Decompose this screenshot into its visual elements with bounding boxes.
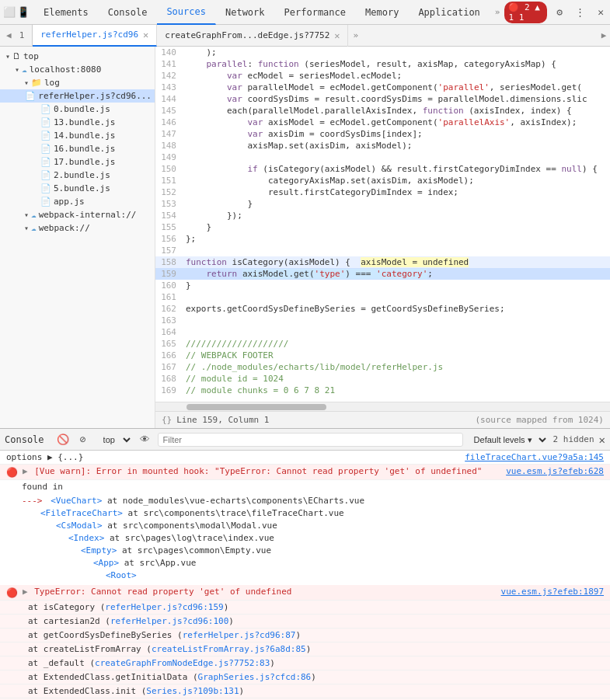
filetracechart-link[interactable]: <FileTraceChart> [40, 508, 123, 518]
stack-link-4[interactable]: createGraphFromNodeEdge.js?7752:83 [95, 658, 270, 668]
tree-arrow-top[interactable]: ▾ [3, 52, 12, 61]
eye-icon[interactable]: 👁 [138, 432, 153, 448]
tab-performance[interactable]: Performance [275, 0, 356, 25]
js-file-icon-17: 📄 [40, 157, 51, 167]
tree-item-log[interactable]: ▾ 📁 log [0, 76, 155, 89]
tree-arrow-webpack[interactable]: ▾ [22, 224, 31, 232]
close-devtools-icon[interactable]: ✕ [594, 6, 607, 18]
stack-link-6[interactable]: Series.js?109b:131 [146, 686, 239, 696]
error-link-2[interactable]: vue.esm.js?efeb:1897 [501, 587, 604, 597]
stack-link-5[interactable]: GraphSeries.js?cfcd:86 [198, 672, 312, 682]
tab-memory[interactable]: Memory [356, 0, 409, 25]
inspect-icon[interactable]: ⬜ [3, 6, 16, 19]
tab-console[interactable]: Console [99, 0, 158, 25]
error-icon-1: 🔴 [6, 467, 18, 478]
csmodal-link[interactable]: <CsModal> [56, 521, 103, 531]
code-line-153: 153 } [155, 198, 610, 210]
tree-item-16bundle[interactable]: 📄 16.bundle.js [0, 142, 155, 155]
cursor-position: Line 159, Column 1 [176, 415, 269, 425]
stack-link-2[interactable]: referHelper.js?cd96:87 [183, 630, 296, 640]
sources-tab-nav: ◀ 1 [0, 25, 33, 47]
close-console-icon[interactable]: ✕ [599, 434, 605, 446]
file-tab-creategraph[interactable]: createGraphFrom...deEdge.js?7752 ✕ [157, 25, 348, 47]
tree-item-13bundle[interactable]: 📄 13.bundle.js [0, 116, 155, 129]
filter-icon[interactable]: ⊘ [75, 432, 91, 448]
tab-bar: Elements Console Sources Network Perform… [34, 0, 504, 25]
close-file-tab-icon[interactable]: ✕ [143, 30, 148, 40]
code-line-159: 159 return axisModel.get('type') === 'ca… [155, 268, 610, 280]
app-link[interactable]: <App> [93, 558, 119, 568]
expand-arrow-2[interactable]: ▶ [23, 587, 28, 597]
stack-link-0[interactable]: referHelper.js?cd96:159 [105, 602, 223, 612]
device-icon[interactable]: 📱 [17, 6, 30, 19]
tree-item-17bundle[interactable]: 📄 17.bundle.js [0, 155, 155, 169]
code-area[interactable]: 140 ); 141 parallel: function (seriesMod… [155, 47, 610, 402]
code-line-162: 162 exports.getCoordSysDefineBySeries = … [155, 303, 610, 315]
more-tabs-icon[interactable]: » [490, 7, 505, 17]
tree-item-appjs[interactable]: 📄 app.js [0, 195, 155, 208]
expand-arrow-1[interactable]: ▶ [23, 466, 28, 476]
code-line-141: 141 parallel: function (seriesModel, res… [155, 58, 610, 70]
js-file-icon: 📄 [25, 91, 36, 101]
error-badge: 🔴 2 ▲ 1 1 [504, 2, 547, 23]
curly-braces-icon[interactable]: {} [162, 415, 172, 425]
stack-link-1[interactable]: referHelper.js?cd96:100 [110, 616, 228, 626]
tree-item-0bundle[interactable]: 📄 0.bundle.js [0, 103, 155, 116]
console-filter-input[interactable] [158, 433, 463, 447]
vue-chart-link[interactable]: <VueChart> [51, 496, 102, 506]
stack-link-3[interactable]: createListFromArray.js?6a8d:85 [152, 644, 306, 654]
navigate-right-icon[interactable]: ▶ [598, 30, 610, 42]
error-link-1[interactable]: vue.esm.js?efeb:628 [506, 466, 604, 476]
code-line-140: 140 ); [155, 47, 610, 58]
code-line-145: 145 each(parallelModel.parallelAxisIndex… [155, 105, 610, 117]
prev-link[interactable]: fileTraceChart.vue?9a5a:145 [465, 452, 604, 462]
tree-arrow-webpack-internal[interactable]: ▾ [22, 211, 31, 219]
code-line-155: 155 } [155, 221, 610, 233]
code-line-167: 167 // ./node_modules/echarts/lib/model/… [155, 361, 610, 373]
context-select[interactable]: top [96, 429, 133, 451]
console-toolbar: Console 🚫 ⊘ top 👁 Default levels ▾ 2 hid… [0, 429, 610, 451]
collapse-sidebar-btn[interactable]: ◀ [3, 30, 15, 40]
clear-console-icon[interactable]: 🚫 [55, 432, 71, 448]
js-file-icon-2: 📄 [40, 170, 51, 180]
root-link[interactable]: <Root> [106, 570, 137, 580]
component-line-4: <Empty> at src\pages\common\Empty.vue [22, 545, 604, 557]
file-tab-referhelper[interactable]: referHelper.js?cd96 ✕ [33, 25, 157, 47]
tab-sources[interactable]: Sources [157, 0, 216, 25]
code-line-166: 166 // WEBPACK FOOTER [155, 350, 610, 361]
toolbar-right: 🔴 2 ▲ 1 1 ⚙ ⋮ ✕ [504, 2, 607, 23]
component-tree: ---> <VueChart> at node_modules\vue-echa… [0, 495, 610, 585]
tab-elements[interactable]: Elements [34, 0, 99, 25]
sources-panel: ◀ 1 referHelper.js?cd96 ✕ createGraphFro… [0, 25, 610, 428]
tree-item-5bundle[interactable]: 📄 5.bundle.js [0, 182, 155, 195]
stack-line-5: at ExtendedClass.getInitialData (GraphSe… [0, 670, 610, 684]
component-line-3: <Index> at src\pages\log\trace\index.vue [22, 532, 604, 545]
tree-item-localhost[interactable]: ▾ ☁ localhost:8080 [0, 63, 155, 76]
tree-item-14bundle[interactable]: 📄 14.bundle.js [0, 129, 155, 142]
tree-item-referhelper[interactable]: 📄 referHelper.js?cd96... [0, 89, 155, 103]
tree-item-webpack[interactable]: ▾ ☁ webpack:// [0, 221, 155, 235]
more-options-icon[interactable]: ⋮ [572, 6, 588, 18]
tab-network[interactable]: Network [216, 0, 275, 25]
log-level-select[interactable]: Default levels ▾ [468, 434, 549, 446]
cloud-icon: ☁ [22, 64, 27, 75]
code-line-152: 152 result.firstCategoryDimIndex = index… [155, 186, 610, 198]
tab-application[interactable]: Application [409, 0, 490, 25]
tree-item-2bundle[interactable]: 📄 2.bundle.js [0, 169, 155, 182]
tab-count: 1 [15, 30, 30, 40]
tab-overflow-btn[interactable]: » [348, 30, 363, 40]
console-error-1: 🔴 ▶ [Vue warn]: Error in mounted hook: "… [0, 465, 610, 480]
tree-item-top[interactable]: ▾ 🗋 top [0, 50, 155, 63]
tree-arrow-localhost[interactable]: ▾ [12, 65, 22, 74]
scrollbar-thumb[interactable] [186, 404, 326, 410]
horizontal-scrollbar[interactable] [155, 402, 610, 411]
code-line-165: 165 //////////////////// [155, 338, 610, 350]
component-line-0: ---> <VueChart> at node_modules\vue-echa… [22, 495, 604, 507]
settings-icon[interactable]: ⚙ [553, 6, 566, 18]
hidden-count-badge: 2 hidden [553, 434, 594, 444]
tree-item-webpack-internal[interactable]: ▾ ☁ webpack-internal:// [0, 208, 155, 221]
empty-link[interactable]: <Empty> [81, 545, 117, 555]
tree-arrow-log[interactable]: ▾ [22, 78, 31, 87]
index-link[interactable]: <Index> [68, 533, 104, 543]
close-file-tab2-icon[interactable]: ✕ [334, 30, 340, 41]
